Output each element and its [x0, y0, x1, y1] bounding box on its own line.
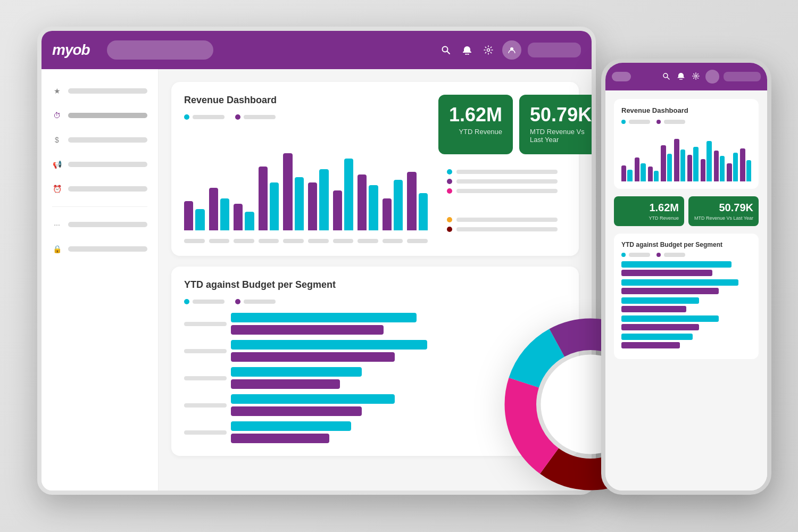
sidebar-item-favorites[interactable]: ★	[41, 80, 158, 102]
metric-row-3	[447, 188, 558, 194]
bar-cyan	[220, 198, 229, 230]
bar-purple	[308, 182, 317, 230]
phone-bar-g6	[687, 147, 699, 181]
seg-cyan-bar	[231, 394, 395, 404]
sidebar-item-label	[68, 246, 147, 252]
megaphone-icon: 📢	[52, 160, 62, 169]
star-icon: ★	[52, 86, 62, 96]
metric-row-4	[447, 217, 558, 222]
metric-bar	[456, 179, 558, 184]
phone-nav-pill	[612, 72, 631, 81]
bar-purple	[209, 188, 218, 230]
cyan-metric-dot	[447, 169, 452, 174]
phone-seg-bar-purple	[621, 324, 699, 330]
bar-group-3	[234, 204, 254, 230]
bar-purple	[259, 167, 268, 230]
bar-group-2	[209, 188, 230, 230]
cyan-dot	[184, 114, 189, 120]
phone-bar-g1	[621, 165, 633, 181]
phone-bar	[693, 147, 698, 181]
seg-cyan-dot	[184, 299, 189, 304]
phone-bar-g3	[648, 167, 659, 181]
phone-search-icon[interactable]	[661, 72, 671, 81]
scene: myob ★	[27, 16, 771, 516]
segment-left: YTD against Budget per Segment	[184, 279, 449, 443]
phone-user-avatar[interactable]	[705, 70, 719, 84]
phone-seg-row-3	[621, 297, 751, 312]
phone-seg-row-2	[621, 279, 751, 294]
phone-bar	[654, 171, 659, 181]
phone-seg-bar-purple	[621, 306, 686, 312]
seg-bars	[231, 421, 449, 443]
sidebar-item-recent[interactable]: ⏱	[41, 104, 158, 127]
metric-bar	[456, 189, 558, 193]
phone-seg-bar-cyan	[621, 315, 719, 322]
phone-kpi-mtd-label: MTD Revenue Vs Last Year	[694, 215, 753, 221]
phone-bar	[687, 155, 692, 181]
sidebar-item-marketing[interactable]: 📢	[41, 153, 158, 176]
segment-row-2	[184, 340, 449, 362]
dashboard-top-row: Revenue Dashboard	[184, 95, 566, 243]
seg-purple-bar	[231, 406, 362, 416]
orange-metric-dot	[447, 217, 452, 222]
kpi-ytd-value: 1.62M	[449, 105, 502, 124]
chart-label	[407, 239, 428, 243]
lock-icon: 🔒	[52, 244, 62, 254]
ytd-segment-title: YTD against Budget per Segment	[184, 279, 449, 290]
segment-row-1	[184, 313, 449, 335]
phone-legend-purple	[656, 120, 685, 124]
phone-bar	[746, 160, 751, 181]
phone-revenue-title: Revenue Dashboard	[621, 106, 751, 114]
legend-text-purple	[244, 115, 276, 119]
myob-logo: myob	[52, 41, 90, 59]
phone-bar	[720, 156, 725, 181]
revenue-dashboard-card: Revenue Dashboard	[171, 82, 579, 256]
phone-legend	[621, 120, 751, 124]
sidebar-item-label	[68, 222, 147, 227]
seg-label	[184, 376, 227, 380]
bar-purple	[184, 201, 193, 230]
sidebar-item-security[interactable]: 🔒	[41, 238, 158, 260]
more-icon: ···	[52, 220, 62, 229]
phone-seg-bar-purple	[621, 342, 680, 348]
nav-search-bar[interactable]	[107, 40, 213, 60]
seg-bars	[231, 394, 449, 416]
phone-seg-bar-cyan	[621, 297, 699, 304]
segment-row-4	[184, 394, 449, 416]
phone-bar-g4	[661, 145, 672, 181]
search-icon[interactable]	[438, 43, 453, 57]
bar-cyan	[319, 169, 328, 230]
metric-bar	[456, 170, 558, 174]
svg-line-5	[667, 77, 669, 79]
phone-settings-icon[interactable]	[691, 72, 701, 81]
bar-group-4	[259, 167, 279, 230]
metric-row-5	[447, 227, 558, 232]
phone: Revenue Dashboard	[601, 59, 771, 495]
phone-seg-row-1	[621, 261, 751, 276]
sidebar-item-label	[68, 137, 147, 143]
bell-icon[interactable]	[460, 43, 475, 57]
user-avatar[interactable]	[502, 40, 521, 60]
phone-bell-icon[interactable]	[676, 72, 686, 81]
phone-kpi-row: 1.62M YTD Revenue 50.79K MTD Revenue Vs …	[614, 196, 759, 226]
chart-label	[308, 239, 329, 243]
chart-label	[209, 239, 230, 243]
phone-seg-text-2	[664, 253, 685, 257]
sidebar-item-billing[interactable]: $	[41, 129, 158, 151]
sidebar-item-more[interactable]: ···	[41, 213, 158, 236]
segment-legend	[184, 299, 449, 304]
sidebar-item-reminders[interactable]: ⏰	[41, 178, 158, 200]
segment-row-5	[184, 421, 449, 443]
legend-item-cyan	[184, 114, 225, 120]
seg-purple-dot	[235, 299, 240, 304]
pink-metric-dot	[447, 188, 452, 194]
purple-dot	[235, 114, 240, 120]
bar-cyan	[295, 177, 304, 230]
phone-bar	[621, 165, 626, 181]
metric-legend	[438, 161, 566, 202]
bar-group-7	[333, 159, 354, 230]
legend-item-purple	[235, 114, 276, 120]
chart-label	[358, 239, 378, 243]
settings-icon[interactable]	[481, 43, 496, 57]
sidebar: ★ ⏱ $ 📢 ⏰	[41, 69, 159, 491]
